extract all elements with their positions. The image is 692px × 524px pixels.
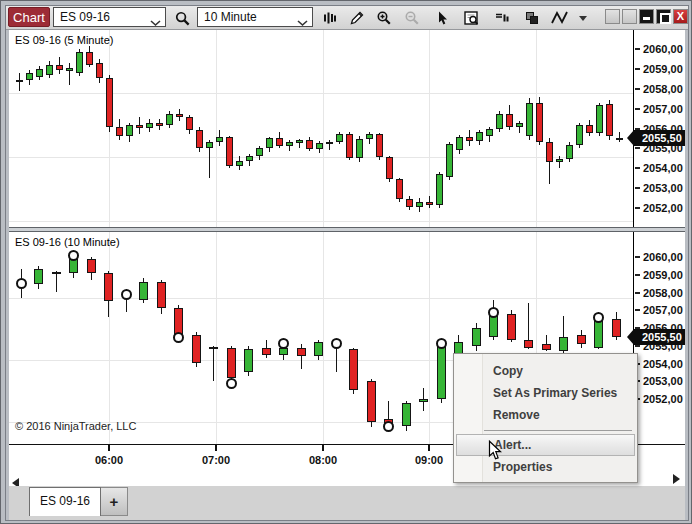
toolbar: Chart ES 09-16 10 Minute bbox=[6, 6, 688, 30]
candle-body bbox=[507, 314, 516, 341]
price-axis-10min[interactable]: 2060,002059,002058,002057,002056,002055,… bbox=[633, 232, 685, 444]
price-axis-tick bbox=[635, 147, 640, 149]
price-axis-label: 2059,00 bbox=[643, 63, 683, 75]
menu-item-properties[interactable]: Properties bbox=[456, 456, 635, 478]
time-axis-label: 08:00 bbox=[301, 454, 345, 466]
price-axis-tick bbox=[635, 128, 640, 130]
indicator-dot bbox=[331, 338, 342, 349]
candle-body bbox=[376, 134, 383, 157]
price-axis-tick bbox=[635, 256, 640, 258]
zoom-in-icon[interactable] bbox=[374, 8, 394, 28]
tab-bar: ES 09-16 + bbox=[9, 486, 685, 520]
zoom-out-icon[interactable] bbox=[402, 8, 422, 28]
candle-body bbox=[346, 134, 353, 158]
candle-body bbox=[556, 159, 563, 162]
mouse-cursor-icon bbox=[488, 440, 502, 465]
candle-doji bbox=[326, 142, 333, 144]
candle-body bbox=[46, 65, 53, 75]
price-axis-tick bbox=[635, 187, 640, 189]
candle-body bbox=[516, 123, 523, 127]
candle-body bbox=[486, 129, 493, 136]
indicators-icon[interactable] bbox=[549, 8, 573, 28]
candle-body bbox=[542, 344, 551, 350]
pointer-icon[interactable] bbox=[432, 8, 452, 28]
more-dropdown-icon[interactable] bbox=[577, 8, 589, 28]
candle-body bbox=[166, 114, 173, 125]
tab-es-09-16[interactable]: ES 09-16 bbox=[29, 487, 101, 516]
time-axis-tick bbox=[322, 445, 324, 451]
price-axis-tick bbox=[635, 207, 640, 209]
candle-body bbox=[246, 156, 253, 161]
time-axis-label: 06:00 bbox=[87, 454, 131, 466]
candle-body bbox=[34, 269, 43, 283]
price-axis-label: 2054,00 bbox=[643, 358, 683, 370]
price-axis-label: 2058,00 bbox=[643, 287, 683, 299]
candle-body bbox=[216, 137, 223, 142]
candle-body bbox=[306, 140, 313, 149]
interval-selector[interactable]: 10 Minute bbox=[197, 7, 313, 27]
candle-body bbox=[186, 117, 193, 131]
panel-label-10min: ES 09-16 (10 Minute) bbox=[15, 236, 120, 248]
candle-body bbox=[244, 349, 253, 372]
candle-body bbox=[106, 78, 113, 127]
candle-body bbox=[36, 69, 43, 77]
candle-body bbox=[157, 282, 166, 309]
candle-body bbox=[526, 103, 533, 137]
candle-body bbox=[286, 142, 293, 146]
price-axis-tick bbox=[635, 48, 640, 50]
price-axis-5min[interactable]: 2060,002059,002058,002057,002056,002055,… bbox=[633, 30, 685, 227]
candle-body bbox=[126, 125, 133, 137]
window-button-blank-1[interactable] bbox=[605, 9, 620, 24]
candle-body bbox=[136, 125, 143, 129]
candle-body bbox=[156, 123, 163, 126]
menu-item-copy[interactable]: Copy bbox=[456, 360, 635, 382]
context-menu-separator bbox=[484, 430, 632, 431]
menu-item-set-as-primary-series[interactable]: Set As Primary Series bbox=[456, 382, 635, 404]
price-axis-tick bbox=[635, 167, 640, 169]
add-tab-button[interactable]: + bbox=[101, 487, 128, 516]
copyright-text: © 2016 NinjaTrader, LLC bbox=[15, 420, 136, 432]
candle-body bbox=[489, 316, 498, 337]
indicator-dot bbox=[68, 250, 79, 261]
drawing-tools-icon[interactable] bbox=[347, 8, 367, 28]
price-panel-5min[interactable]: ES 09-16 (5 Minute) bbox=[9, 30, 633, 227]
chart-panel-icon[interactable] bbox=[492, 8, 512, 28]
candle-body bbox=[256, 148, 263, 156]
menu-item-remove[interactable]: Remove bbox=[456, 404, 635, 426]
candle-doji bbox=[616, 138, 623, 140]
close-button[interactable]: X bbox=[673, 9, 688, 24]
search-icon[interactable] bbox=[172, 8, 192, 28]
indicator-dot bbox=[226, 378, 237, 389]
candle-body bbox=[356, 139, 363, 158]
gridline-horizontal bbox=[9, 157, 633, 158]
candle-body bbox=[69, 259, 78, 273]
price-axis-label: 2059,00 bbox=[643, 269, 683, 281]
menu-item-alert[interactable]: Alert... bbox=[456, 434, 635, 456]
chart-style-icon[interactable] bbox=[320, 8, 340, 28]
candle-body bbox=[236, 161, 243, 166]
candle-body bbox=[446, 144, 453, 177]
candle-body bbox=[296, 140, 303, 143]
window-button-blank-2[interactable] bbox=[622, 9, 637, 24]
tab-scroll-right-icon[interactable] bbox=[673, 474, 680, 484]
candle-doji bbox=[16, 80, 23, 82]
maximize-button[interactable] bbox=[656, 9, 671, 24]
gridline-vertical bbox=[323, 232, 324, 444]
chart-report-icon[interactable] bbox=[461, 8, 483, 28]
candle-body bbox=[594, 319, 603, 347]
indicator-dot bbox=[173, 332, 184, 343]
candle-body bbox=[349, 349, 358, 390]
minimize-button[interactable] bbox=[639, 9, 654, 24]
candle-body bbox=[596, 105, 603, 134]
price-axis-label: 2057,00 bbox=[643, 304, 683, 316]
indicator-dot bbox=[278, 338, 289, 349]
price-axis-tick bbox=[635, 68, 640, 70]
windows-icon[interactable] bbox=[522, 8, 542, 28]
price-axis-label: 2053,00 bbox=[643, 375, 683, 387]
instrument-selector[interactable]: ES 09-16 bbox=[53, 7, 166, 27]
price-axis-label: 2052,00 bbox=[643, 202, 683, 214]
candle-body bbox=[87, 259, 96, 273]
candle-body bbox=[266, 138, 273, 148]
interval-selector-value: 10 Minute bbox=[204, 10, 257, 24]
price-axis-label: 2054,00 bbox=[643, 162, 683, 174]
